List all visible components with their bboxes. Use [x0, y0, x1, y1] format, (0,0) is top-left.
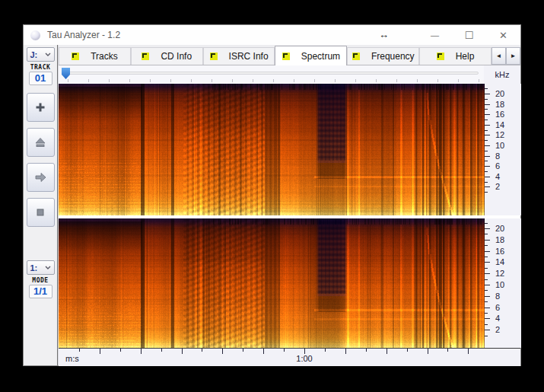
- spectrogram-panel-2-row: 2468101214161820: [59, 218, 520, 348]
- slider-tick: [150, 79, 151, 82]
- freq-tick: [485, 257, 488, 257]
- freq-tick-label: 12: [495, 130, 504, 139]
- mode-label: MODE: [32, 277, 48, 284]
- resize-indicator-icon: ↔: [379, 29, 389, 40]
- freq-tick: [485, 245, 488, 246]
- time-tick: [79, 349, 80, 352]
- freq-tick: [485, 104, 490, 105]
- slider-tick: [273, 79, 274, 82]
- slider-tick: [479, 79, 479, 82]
- track-selector-label: J:: [30, 50, 38, 59]
- freq-tick: [485, 156, 490, 157]
- spectrogram-channel-2[interactable]: [59, 218, 485, 348]
- freq-tick: [485, 273, 490, 274]
- tab-flag-icon: [72, 53, 79, 60]
- freq-tick: [485, 330, 490, 330]
- eject-button[interactable]: [27, 128, 55, 157]
- time-tick: [222, 349, 223, 354]
- time-tick: [428, 349, 428, 354]
- time-tick: [407, 349, 408, 352]
- position-slider[interactable]: [59, 65, 484, 84]
- freq-tick: [485, 336, 488, 336]
- time-tick: [202, 349, 202, 352]
- freq-tick: [485, 290, 488, 291]
- content-area: TracksCD InfoISRC InfoSpectrumFrequencyH…: [58, 45, 520, 365]
- track-label: TRACK: [30, 64, 51, 71]
- app-icon: [30, 30, 40, 40]
- freq-tick: [485, 171, 488, 172]
- slider-thumb[interactable]: [62, 68, 70, 79]
- eject-icon: [34, 136, 46, 148]
- freq-tick: [485, 251, 490, 252]
- tab-scroll-right-button[interactable]: ►: [506, 47, 520, 65]
- time-tick: [182, 349, 183, 354]
- freq-tick: [485, 285, 490, 285]
- freq-tick: [485, 279, 488, 280]
- window-title: Tau Analyzer - 1.2: [47, 30, 120, 40]
- freq-tick-label: 16: [495, 110, 504, 119]
- tab-cd-info[interactable]: CD Info: [131, 47, 203, 65]
- slider-tick: [458, 79, 459, 82]
- stop-button[interactable]: [27, 198, 55, 227]
- slider-tick: [212, 79, 212, 82]
- freq-tick-label: 10: [495, 280, 504, 289]
- tab-tracks[interactable]: Tracks: [59, 47, 131, 65]
- freq-tick: [485, 301, 488, 302]
- close-button[interactable]: ✕: [486, 25, 520, 45]
- freq-tick: [485, 166, 490, 167]
- track-selector-dropdown[interactable]: J:: [27, 47, 55, 62]
- time-tick: [447, 349, 448, 352]
- freq-tick: [485, 268, 488, 269]
- freq-tick-label: 6: [495, 161, 500, 171]
- spectrogram-channel-1[interactable]: [59, 84, 485, 215]
- freq-tick: [485, 120, 488, 120]
- tab-scroll-left-button[interactable]: ◄: [492, 47, 506, 65]
- time-tick: [345, 349, 346, 354]
- freq-tick: [485, 114, 490, 115]
- time-tick: [284, 349, 285, 352]
- slider-tick: [294, 79, 294, 82]
- slider-tick: [335, 79, 336, 82]
- tab-help[interactable]: Help: [419, 47, 492, 65]
- tab-flag-icon: [142, 53, 149, 60]
- freq-tick: [485, 240, 490, 241]
- freq-tick: [485, 99, 488, 100]
- app-window: Tau Analyzer - 1.2 ↔ — ☐ ✕ J: TRACK 01: [23, 24, 521, 366]
- freq-tick-label: 18: [495, 100, 504, 109]
- slider-tick: [191, 79, 192, 82]
- freq-tick: [485, 223, 488, 224]
- freq-tick: [485, 192, 488, 193]
- mode-value: 1/1: [29, 285, 52, 298]
- maximize-button[interactable]: ☐: [452, 25, 486, 45]
- slider-tick: [314, 79, 315, 82]
- title-bar[interactable]: Tau Analyzer - 1.2 ↔ — ☐ ✕: [24, 25, 520, 45]
- freq-tick: [485, 313, 488, 314]
- sidebar-toolbar: J: TRACK 01: [24, 45, 58, 365]
- freq-tick-label: 8: [495, 292, 500, 301]
- minimize-button[interactable]: —: [418, 25, 452, 45]
- slider-tick: [376, 79, 377, 82]
- freq-tick-label: 14: [495, 257, 504, 266]
- time-axis-unit: m:s: [65, 354, 79, 363]
- freq-tick: [485, 151, 488, 151]
- time-tick: [141, 349, 142, 354]
- tab-frequency[interactable]: Frequency: [347, 47, 419, 65]
- time-tick: [100, 349, 100, 354]
- play-button[interactable]: [27, 163, 55, 192]
- tab-label: Tracks: [91, 51, 118, 62]
- tab-label: Spectrum: [301, 51, 340, 62]
- tab-flag-icon: [282, 53, 290, 60]
- freq-tick-label: 8: [495, 151, 500, 161]
- mode-selector-dropdown[interactable]: 1:: [27, 260, 55, 275]
- freq-tick-label: 20: [495, 89, 504, 98]
- tab-spectrum[interactable]: Spectrum: [275, 46, 347, 65]
- chevron-down-icon: [45, 53, 51, 56]
- tab-flag-icon: [437, 53, 444, 60]
- freq-tick: [485, 177, 490, 177]
- slider-track[interactable]: [63, 72, 479, 75]
- slider-tick: [355, 79, 356, 82]
- freq-tick: [485, 94, 490, 94]
- freq-tick-label: 6: [495, 303, 500, 312]
- tab-isrc-info[interactable]: ISRC Info: [203, 47, 275, 65]
- add-button[interactable]: [27, 93, 55, 122]
